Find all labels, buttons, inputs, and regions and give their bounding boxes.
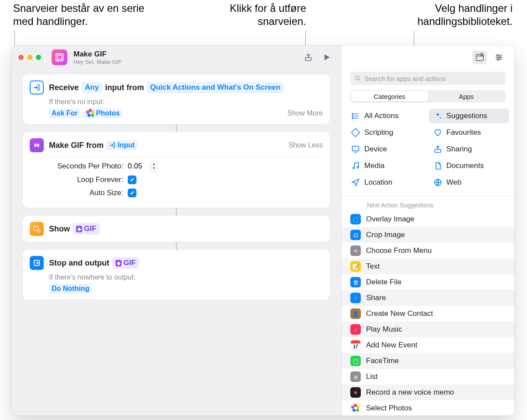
svg-rect-0 (56, 54, 63, 61)
receive-any-chip[interactable]: Any (81, 82, 102, 93)
suggestion-record-a-new-voice-memo[interactable]: ●Record a new voice memo (342, 385, 514, 400)
svg-point-18 (357, 167, 358, 168)
seconds-per-photo-row: Seconds Per Photo: ▲ ▼ (49, 161, 323, 171)
music-icon (351, 161, 360, 170)
suggestion-list[interactable]: ≣List (342, 369, 514, 385)
gif-var-icon: ◈ (115, 260, 122, 266)
loop-checkbox[interactable] (128, 175, 136, 184)
list-icon (351, 112, 360, 120)
tab-categories[interactable]: Categories (351, 91, 428, 102)
suggestions-title: Next Action Suggestions (342, 200, 514, 211)
search-field[interactable] (350, 72, 506, 85)
shortcut-title[interactable]: Make GIF (73, 50, 297, 59)
library-pane: Categories Apps All ActionsSuggestionsSc… (341, 46, 514, 416)
action-show[interactable]: Show ◈ GIF (23, 216, 330, 242)
action-receive[interactable]: Receive Any input from Quick Actions and… (23, 74, 330, 124)
doc-icon (433, 161, 442, 170)
category-sharing[interactable]: Sharing (429, 142, 510, 157)
editor-pane: Make GIF Hey Siri, Make GIF Receive (11, 46, 341, 416)
receive-show-more[interactable]: Show More (287, 109, 323, 117)
device-icon (351, 145, 360, 154)
auto-checkbox[interactable] (128, 189, 136, 197)
sparkle-icon (433, 112, 442, 120)
library-tabs: Categories Apps (350, 90, 506, 102)
svg-point-9 (499, 56, 501, 58)
receive-source-chip[interactable]: Quick Actions and What's On Screen (147, 82, 284, 93)
suggestion-create-new-contact[interactable]: 👤Create New Contact (342, 306, 514, 322)
show-gif-chip[interactable]: ◈ GIF (73, 223, 100, 234)
category-all-actions[interactable]: All Actions (347, 108, 427, 123)
minimize-window-button[interactable] (27, 55, 32, 60)
library-button[interactable] (472, 51, 487, 64)
suggestion-add-new-event[interactable]: 17Add New Event (342, 337, 514, 353)
share-button[interactable] (301, 51, 316, 64)
connector (176, 208, 177, 216)
seconds-label: Seconds Per Photo: (49, 162, 123, 171)
suggestion-play-music[interactable]: ♪Play Music (342, 322, 514, 337)
close-window-button[interactable] (18, 55, 24, 60)
no-input-hint: If there's no input: (49, 98, 323, 106)
action-stop[interactable]: Stop and output ◈ GIF If there's nowhere… (23, 250, 330, 300)
category-scripting[interactable]: Scripting (347, 125, 427, 140)
category-media[interactable]: Media (347, 158, 427, 173)
category-suggestions[interactable]: Suggestions (429, 108, 510, 123)
stepper-down[interactable]: ▼ (151, 166, 157, 171)
ask-for-chip[interactable]: Ask For (49, 108, 80, 118)
auto-size-row: Auto Size: (49, 189, 323, 197)
category-web[interactable]: Web (429, 175, 510, 190)
search-icon (354, 75, 361, 82)
share-icon (433, 145, 442, 154)
callout-actions: Snarveier består av en serie med handlin… (13, 2, 162, 28)
suggestion-text[interactable]: 📝Text (342, 259, 514, 274)
shortcut-app-icon (52, 49, 67, 65)
category-favourites[interactable]: Favourites (429, 125, 510, 140)
suggestions-list: ⬚Overlay Image⊡Crop Image≡Choose From Me… (342, 211, 514, 416)
receive-label: Receive (49, 83, 79, 92)
app-window: Make GIF Hey Siri, Make GIF Receive (11, 46, 514, 416)
svg-rect-1 (57, 55, 61, 59)
suggestion-share[interactable]: ↑Share (342, 290, 514, 306)
suggestion-crop-image[interactable]: ⊡Crop Image (342, 227, 514, 243)
zoom-window-button[interactable] (36, 55, 41, 60)
seconds-stepper[interactable]: ▲ ▼ (128, 161, 157, 171)
seconds-input[interactable] (128, 162, 150, 171)
run-button[interactable] (319, 51, 334, 64)
suggestion-select-photos[interactable]: Select Photos (342, 400, 514, 416)
tab-apps[interactable]: Apps (428, 91, 505, 102)
stepper-up[interactable]: ▲ (151, 162, 157, 166)
callout-run: Klikk for å utføre snarveien. (210, 2, 306, 28)
show-label: Show (49, 224, 70, 234)
nowhere-hint: If there's nowhere to output: (49, 273, 323, 281)
window-controls (18, 55, 41, 60)
make-gif-show-less[interactable]: Show Less (289, 141, 323, 149)
connector (176, 242, 177, 250)
photos-icon (87, 109, 94, 117)
settings-button[interactable] (492, 51, 506, 64)
make-gif-icon (30, 138, 44, 152)
category-device[interactable]: Device (347, 142, 427, 157)
suggestion-choose-from-menu[interactable]: ≡Choose From Menu (342, 243, 514, 259)
scripting-icon (351, 128, 360, 137)
svg-point-13 (352, 116, 353, 117)
stop-gif-chip[interactable]: ◈ GIF (112, 257, 139, 269)
suggestion-delete-file[interactable]: 🗑Delete File (342, 274, 514, 290)
svg-point-8 (497, 55, 499, 56)
suggestion-overlay-image[interactable]: ⬚Overlay Image (342, 211, 514, 227)
make-gif-input-chip[interactable]: Input (106, 140, 137, 150)
photos-chip[interactable]: Photos (84, 108, 122, 118)
suggestion-facetime[interactable]: ▢FaceTime (342, 353, 514, 369)
search-input[interactable] (350, 72, 506, 85)
category-grid: All ActionsSuggestionsScriptingFavourite… (342, 108, 514, 196)
svg-point-12 (352, 113, 353, 115)
stop-icon (30, 256, 44, 270)
do-nothing-chip[interactable]: Do Nothing (49, 284, 92, 294)
loop-forever-row: Loop Forever: (49, 175, 323, 184)
category-location[interactable]: Location (347, 175, 427, 190)
receive-input-from: input from (105, 83, 144, 92)
show-icon (30, 222, 44, 236)
svg-point-11 (356, 76, 359, 80)
category-documents[interactable]: Documents (429, 158, 510, 173)
stop-label: Stop and output (49, 259, 109, 268)
action-make-gif[interactable]: Make GIF from Input Show Less Seconds Pe… (23, 132, 330, 208)
loop-label: Loop Forever: (49, 175, 123, 184)
